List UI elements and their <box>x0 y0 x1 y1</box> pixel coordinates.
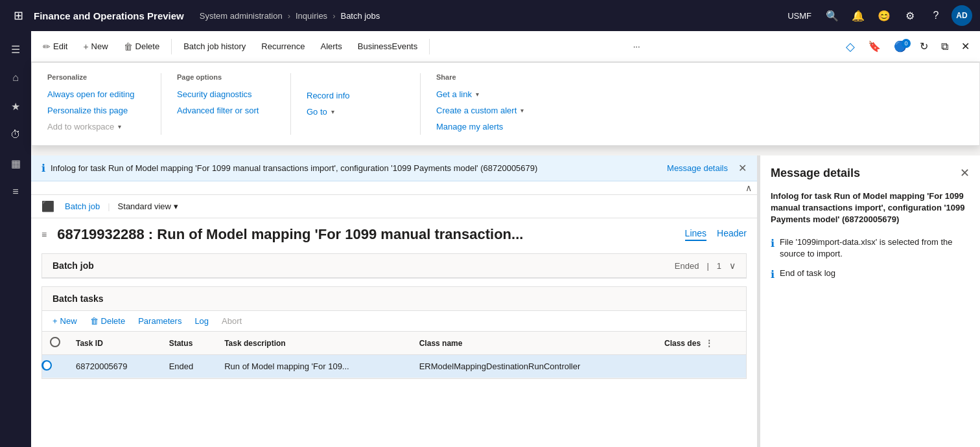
more-button[interactable]: ··· <box>627 38 647 55</box>
go-to-chevron: ▾ <box>331 108 334 115</box>
batch-job-count: 1 <box>717 261 721 271</box>
record-title-area: ≡ 68719932288 : Run of Model mapping 'Fo… <box>31 218 757 248</box>
tasks-delete-button[interactable]: 🗑 Delete <box>85 314 131 328</box>
record-title-text: 68719932288 : Run of Model mapping 'For … <box>57 226 674 243</box>
toolbar-bookmark-btn[interactable]: 🔖 <box>863 38 886 55</box>
menu-create-alert[interactable]: Create a custom alert ▾ <box>436 102 535 119</box>
nav-system-admin[interactable]: System administration <box>200 11 283 21</box>
panel-item-2-icon: ℹ <box>771 268 775 281</box>
message-details-link[interactable]: Message details <box>667 163 728 173</box>
tasks-plus-icon: + <box>52 316 58 326</box>
panel-close-button[interactable]: ✕ <box>960 166 970 180</box>
view-selector[interactable]: Standard view ▾ <box>118 201 178 211</box>
business-events-button[interactable]: BusinessEvents <box>351 38 425 55</box>
toolbar-refresh-btn[interactable]: ↻ <box>915 38 933 55</box>
batch-job-section: Batch job Ended | 1 ∨ <box>41 253 747 279</box>
dropdown-page-options-title: Page options <box>177 73 275 81</box>
tab-header[interactable]: Header <box>717 228 747 241</box>
pipe-separator: | <box>108 201 110 211</box>
alerts-button[interactable]: Alerts <box>314 38 349 55</box>
breadcrumb-chevron-2: › <box>332 11 335 21</box>
menu-advanced-filter[interactable]: Advanced filter or sort <box>177 102 275 119</box>
tasks-log-button[interactable]: Log <box>189 314 214 328</box>
scroll-area: Batch job Ended | 1 ∨ Batch tasks <box>31 248 757 447</box>
panel-item-1: ℹ File '1099import-data.xlsx' is selecte… <box>771 236 970 260</box>
table-header-row: Task ID Status Task description Class na… <box>42 332 746 355</box>
sidebar-recent[interactable]: ⏱ <box>3 122 29 148</box>
header-collapse[interactable]: ∧ <box>31 181 757 195</box>
batch-job-section-header[interactable]: Batch job Ended | 1 ∨ <box>42 254 746 278</box>
info-bar-message: Infolog for task Run of Model mapping 'F… <box>51 163 657 173</box>
dropdown-page-options: Page options Security diagnostics Advanc… <box>161 73 291 135</box>
menu-manage-alerts[interactable]: Manage my alerts <box>436 119 535 135</box>
toolbar-close-btn[interactable]: ✕ <box>956 38 975 55</box>
message-details-panel: Message details ✕ Infolog for task Run o… <box>760 155 980 447</box>
toolbar-diamond-btn[interactable]: ◇ <box>841 37 860 56</box>
panel-title: Message details <box>771 166 860 180</box>
sidebar-workspaces[interactable]: ▦ <box>3 150 29 176</box>
dropdown-personalize: Personalize Always open for editing Pers… <box>32 73 161 135</box>
new-button[interactable]: + New <box>76 38 114 56</box>
batch-job-chevron[interactable]: ∨ <box>729 260 736 271</box>
tasks-abort-button[interactable]: Abort <box>216 314 247 328</box>
info-bar: ℹ Infolog for task Run of Model mapping … <box>31 155 757 181</box>
delete-button[interactable]: 🗑 Delete <box>117 38 167 56</box>
col-class-name: Class name <box>412 332 657 355</box>
bookmark-icon: 🔖 <box>868 40 881 52</box>
app-grid-icon[interactable]: ⊞ <box>8 5 29 26</box>
top-bar: ⊞ Finance and Operations Preview System … <box>0 0 980 31</box>
col-class-des: Class des ⋮ <box>657 332 746 355</box>
nav-inquiries[interactable]: Inquiries <box>296 11 327 21</box>
tasks-delete-icon: 🗑 <box>90 316 99 326</box>
nav-batch-jobs[interactable]: Batch jobs <box>340 11 380 21</box>
tab-lines[interactable]: Lines <box>685 228 706 241</box>
settings-icon[interactable]: ⚙ <box>900 5 920 26</box>
edit-button[interactable]: ✏ Edit <box>36 38 74 56</box>
col-options-icon[interactable]: ⋮ <box>705 339 713 348</box>
plus-icon: + <box>83 41 88 52</box>
notification-icon[interactable]: 🔔 <box>848 5 869 26</box>
edit-icon: ✏ <box>43 41 51 52</box>
menu-get-link[interactable]: Get a link ▾ <box>436 86 535 102</box>
dropdown-share: Share Get a link ▾ Create a custom alert… <box>421 73 550 135</box>
emoji-icon[interactable]: 😊 <box>874 5 894 26</box>
entity-label: USMF <box>788 11 811 21</box>
tasks-parameters-button[interactable]: Parameters <box>133 314 187 328</box>
toolbar-badge-btn[interactable]: 🔵 0 <box>889 38 912 55</box>
user-avatar[interactable]: AD <box>951 5 972 26</box>
menu-personalize-page[interactable]: Personalize this page <box>47 102 145 119</box>
toolbar-external-btn[interactable]: ⧉ <box>936 38 953 55</box>
recurrence-button[interactable]: Recurrence <box>255 38 311 55</box>
tasks-new-button[interactable]: + New <box>47 314 82 328</box>
row-class-des <box>657 355 746 378</box>
page-title[interactable]: Batch job <box>65 201 100 211</box>
row-selector[interactable] <box>41 360 52 371</box>
batch-tasks-header[interactable]: Batch tasks <box>42 287 746 311</box>
menu-always-open-editing[interactable]: Always open for editing <box>47 86 145 102</box>
row-selector-cell <box>42 355 68 378</box>
batch-job-history-button[interactable]: Batch job history <box>177 38 252 55</box>
sidebar-modules[interactable]: ≡ <box>3 179 29 205</box>
menu-go-to[interactable]: Go to ▾ <box>307 104 404 120</box>
sidebar-hamburger[interactable]: ☰ <box>3 36 29 62</box>
sidebar-home[interactable]: ⌂ <box>3 65 29 91</box>
menu-security-diagnostics[interactable]: Security diagnostics <box>177 86 275 102</box>
dropdown-share-title: Share <box>436 73 535 81</box>
hamburger-record[interactable]: ≡ <box>41 229 47 240</box>
filter-icon[interactable]: ⬛ <box>41 200 54 212</box>
menu-record-info[interactable]: Record info <box>307 87 404 104</box>
add-workspace-chevron: ▾ <box>118 123 121 130</box>
col-selector <box>42 332 68 355</box>
table-row[interactable]: 68720005679 Ended Run of Model mapping '… <box>42 355 746 378</box>
get-link-chevron: ▾ <box>476 91 479 98</box>
help-icon[interactable]: ? <box>926 5 946 26</box>
sidebar-favorites[interactable]: ★ <box>3 93 29 119</box>
batch-tasks-section: Batch tasks + New 🗑 Delete Parameters <box>41 286 747 379</box>
separator-2 <box>429 39 430 54</box>
header-selector[interactable] <box>50 337 60 347</box>
menu-add-to-workspace[interactable]: Add to workspace ▾ <box>47 119 145 135</box>
search-icon[interactable]: 🔍 <box>822 5 843 26</box>
dropdown-personalize-title: Personalize <box>47 73 145 81</box>
app-title: Finance and Operations Preview <box>34 10 184 21</box>
info-bar-close[interactable]: ✕ <box>738 162 747 174</box>
